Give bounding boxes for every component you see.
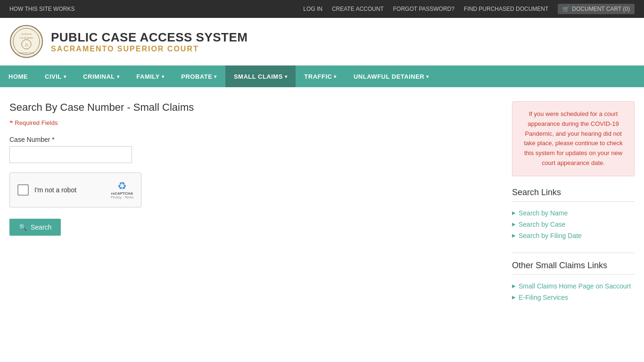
case-number-input[interactable] bbox=[9, 146, 132, 163]
login-link[interactable]: LOG IN bbox=[303, 6, 322, 12]
site-title: PUBLIC CASE ACCESS SYSTEM bbox=[51, 30, 248, 45]
top-bar-left: HOW THIS SITE WORKS bbox=[8, 6, 76, 12]
arrow-icon-1: ▶ bbox=[512, 210, 516, 215]
search-button-label: Search bbox=[31, 223, 51, 231]
captcha-checkbox[interactable] bbox=[17, 184, 29, 196]
how-site-works-link[interactable]: HOW THIS SITE WORKS bbox=[9, 6, 74, 12]
nav-traffic[interactable]: TRAFFIC ▾ bbox=[296, 66, 345, 87]
covid-alert: If you were scheduled for a court appear… bbox=[512, 101, 635, 176]
main-nav: HOME CIVIL ▾ CRIMINAL ▾ FAMILY ▾ PROBATE… bbox=[0, 66, 644, 87]
search-by-filing-date-link[interactable]: ▶ Search by Filing Date bbox=[512, 230, 635, 241]
search-button[interactable]: 🔍 Search bbox=[9, 219, 61, 236]
other-links-title: Other Small Claims Links bbox=[512, 261, 635, 275]
efiling-services-label: E-Filing Services bbox=[519, 294, 568, 301]
family-caret: ▾ bbox=[162, 74, 165, 79]
case-number-label: Case Number * bbox=[9, 136, 498, 143]
probate-caret: ▾ bbox=[214, 74, 217, 79]
search-by-filing-date-label: Search by Filing Date bbox=[519, 232, 582, 239]
nav-family[interactable]: FAMILY ▾ bbox=[128, 66, 173, 87]
arrow-icon-2: ▶ bbox=[512, 222, 516, 227]
recaptcha-links: Privacy - Terms bbox=[111, 196, 133, 199]
case-number-group: Case Number * bbox=[9, 136, 498, 163]
page-title: Search By Case Number - Small Claims bbox=[9, 101, 498, 114]
search-links-title: Search Links bbox=[512, 188, 635, 202]
civil-caret: ▾ bbox=[64, 74, 66, 79]
find-purchased-doc-link[interactable]: FIND PURCHASED DOCUMENT bbox=[464, 6, 548, 12]
site-header: STATE OF CALIFORNIA ⚖ SUPERIOR COURT PUB… bbox=[0, 18, 644, 66]
sidebar-divider bbox=[512, 253, 635, 253]
search-icon: 🔍 bbox=[19, 223, 27, 231]
svg-text:CALIFORNIA: CALIFORNIA bbox=[19, 37, 34, 39]
other-links-section: Other Small Claims Links ▶ Small Claims … bbox=[512, 261, 635, 303]
small-claims-home-link[interactable]: ▶ Small Claims Home Page on Saccourt bbox=[512, 280, 635, 292]
search-links-section: Search Links ▶ Search by Name ▶ Search b… bbox=[512, 188, 635, 241]
criminal-caret: ▾ bbox=[117, 74, 120, 79]
svg-text:⚖: ⚖ bbox=[25, 43, 28, 47]
svg-text:SUPERIOR COURT: SUPERIOR COURT bbox=[18, 52, 34, 54]
content-area: Search By Case Number - Small Claims * *… bbox=[9, 101, 498, 314]
nav-probate[interactable]: PROBATE ▾ bbox=[173, 66, 225, 87]
small-claims-home-label: Small Claims Home Page on Saccourt bbox=[519, 282, 631, 290]
captcha-widget[interactable]: I'm not a robot ♻ reCAPTCHA Privacy - Te… bbox=[9, 173, 141, 207]
nav-unlawful-detainer[interactable]: UNLAWFUL DETAINER ▾ bbox=[345, 66, 438, 87]
header-text: PUBLIC CASE ACCESS SYSTEM SACRAMENTO SUP… bbox=[51, 30, 248, 53]
recaptcha-brand: reCAPTCHA bbox=[111, 191, 133, 196]
arrow-icon-5: ▶ bbox=[512, 295, 516, 300]
forgot-password-link[interactable]: FORGOT PASSWORD? bbox=[393, 6, 454, 12]
unlawful-detainer-caret: ▾ bbox=[426, 74, 429, 79]
search-by-case-link[interactable]: ▶ Search by Case bbox=[512, 219, 635, 230]
efiling-services-link[interactable]: ▶ E-Filing Services bbox=[512, 292, 635, 303]
site-subtitle: SACRAMENTO SUPERIOR COURT bbox=[51, 45, 248, 53]
search-by-name-label: Search by Name bbox=[519, 209, 568, 217]
cart-label: DOCUMENT CART (0) bbox=[572, 6, 630, 12]
nav-civil[interactable]: CIVIL ▾ bbox=[36, 66, 74, 87]
required-note: * * Required Fields bbox=[9, 119, 498, 126]
court-seal: STATE OF CALIFORNIA ⚖ SUPERIOR COURT bbox=[9, 25, 43, 58]
traffic-caret: ▾ bbox=[334, 74, 337, 79]
required-label-text: * Required Fields bbox=[11, 119, 58, 126]
top-bar-right: LOG IN CREATE ACCOUNT FORGOT PASSWORD? F… bbox=[301, 4, 636, 14]
nav-home[interactable]: HOME bbox=[0, 66, 36, 87]
main-container: Search By Case Number - Small Claims * *… bbox=[0, 87, 644, 329]
recaptcha-logo: ♻ reCAPTCHA Privacy - Terms bbox=[111, 181, 133, 199]
small-claims-caret: ▾ bbox=[285, 74, 288, 79]
svg-text:STATE OF: STATE OF bbox=[21, 33, 32, 35]
cart-icon: 🛒 bbox=[562, 6, 570, 12]
document-cart-button[interactable]: 🛒 DOCUMENT CART (0) bbox=[558, 4, 635, 14]
create-account-link[interactable]: CREATE ACCOUNT bbox=[332, 6, 384, 12]
recaptcha-icon: ♻ bbox=[117, 181, 127, 191]
arrow-icon-4: ▶ bbox=[512, 283, 516, 288]
nav-criminal[interactable]: CRIMINAL ▾ bbox=[74, 66, 128, 87]
captcha-label: I'm not a robot bbox=[34, 186, 105, 194]
search-by-case-label: Search by Case bbox=[519, 221, 566, 228]
arrow-icon-3: ▶ bbox=[512, 233, 516, 238]
search-by-name-link[interactable]: ▶ Search by Name bbox=[512, 207, 635, 219]
sidebar: If you were scheduled for a court appear… bbox=[512, 101, 635, 314]
covid-alert-text: If you were scheduled for a court appear… bbox=[524, 110, 623, 166]
top-bar: HOW THIS SITE WORKS LOG IN CREATE ACCOUN… bbox=[0, 0, 644, 18]
nav-small-claims[interactable]: SMALL CLAIMS ▾ bbox=[225, 66, 296, 87]
